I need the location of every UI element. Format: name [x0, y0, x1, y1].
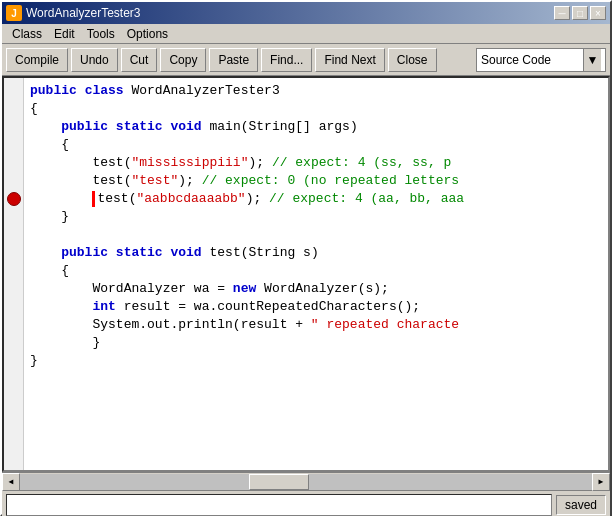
source-dropdown[interactable]: Source Code ▼: [476, 48, 606, 72]
copy-button[interactable]: Copy: [160, 48, 206, 72]
undo-button[interactable]: Undo: [71, 48, 118, 72]
status-bar: saved: [2, 490, 610, 516]
source-dropdown-container: Source Code ▼: [476, 48, 606, 72]
gutter-line-1: [5, 82, 23, 100]
title-bar: J WordAnalyzerTester3 ─ □ ×: [2, 2, 610, 24]
maximize-button[interactable]: □: [572, 6, 588, 20]
menu-tools[interactable]: Tools: [81, 25, 121, 43]
scroll-left-button[interactable]: ◀: [2, 473, 20, 491]
app-icon: J: [6, 5, 22, 21]
gutter-line-7: [5, 190, 23, 208]
find-button[interactable]: Find...: [261, 48, 312, 72]
menu-edit[interactable]: Edit: [48, 25, 81, 43]
paste-button[interactable]: Paste: [209, 48, 258, 72]
main-window: J WordAnalyzerTester3 ─ □ × Class Edit T…: [0, 0, 612, 516]
source-dropdown-text: Source Code: [481, 53, 583, 67]
horizontal-scrollbar[interactable]: ◀ ▶: [2, 472, 610, 490]
error-marker: [7, 192, 21, 206]
line-gutter: [4, 78, 24, 470]
dropdown-arrow-icon[interactable]: ▼: [583, 49, 601, 71]
menu-bar: Class Edit Tools Options: [2, 24, 610, 44]
status-text-area: [6, 494, 552, 516]
close-button-toolbar[interactable]: Close: [388, 48, 437, 72]
code-area[interactable]: public class WordAnalyzerTester3 { publi…: [24, 78, 608, 470]
scroll-track[interactable]: [20, 474, 592, 490]
minimize-button[interactable]: ─: [554, 6, 570, 20]
scroll-right-button[interactable]: ▶: [592, 473, 610, 491]
gutter-line-2: [5, 100, 23, 118]
gutter-line-4: [5, 136, 23, 154]
code-content: public class WordAnalyzerTester3 { publi…: [30, 82, 602, 370]
saved-badge: saved: [556, 495, 606, 515]
find-next-button[interactable]: Find Next: [315, 48, 384, 72]
scroll-thumb[interactable]: [249, 474, 309, 490]
gutter-line-3: [5, 118, 23, 136]
gutter-line-5: [5, 154, 23, 172]
toolbar: Compile Undo Cut Copy Paste Find... Find…: [2, 44, 610, 76]
title-bar-left: J WordAnalyzerTester3: [6, 5, 141, 21]
menu-class[interactable]: Class: [6, 25, 48, 43]
window-controls: ─ □ ×: [554, 6, 606, 20]
close-button[interactable]: ×: [590, 6, 606, 20]
menu-options[interactable]: Options: [121, 25, 174, 43]
window-title: WordAnalyzerTester3: [26, 6, 141, 20]
cut-button[interactable]: Cut: [121, 48, 158, 72]
gutter-line-6: [5, 172, 23, 190]
compile-button[interactable]: Compile: [6, 48, 68, 72]
code-editor[interactable]: public class WordAnalyzerTester3 { publi…: [2, 76, 610, 472]
